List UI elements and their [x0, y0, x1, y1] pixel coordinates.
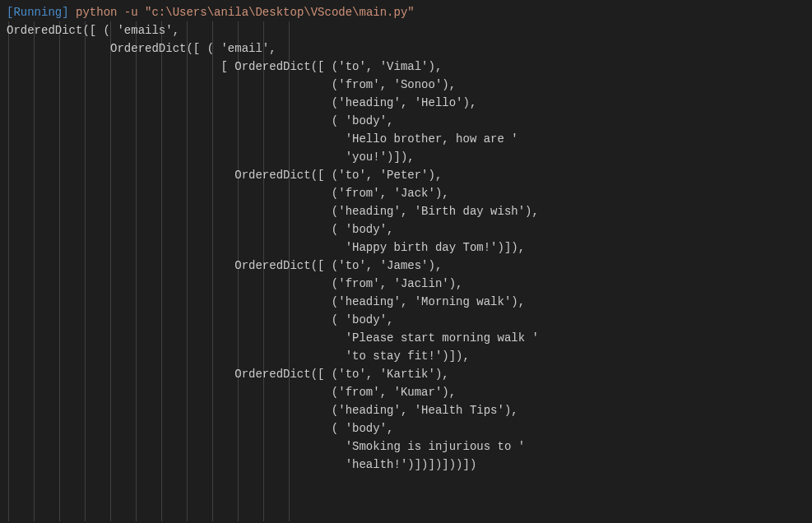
output-line: OrderedDict([ ( 'email', — [7, 39, 805, 58]
output-line: 'Happy birth day Tom!')]), — [7, 238, 805, 257]
output-line: ('heading', 'Health Tips'), — [7, 401, 805, 419]
output-line: ('heading', 'Birth day wish'), — [7, 202, 805, 220]
output-line: ('from', 'Kumar'), — [7, 383, 805, 401]
output-line: ( 'body', — [7, 419, 805, 437]
output-line: ('from', 'Sonoo'), — [7, 76, 805, 94]
output-line: 'health!')])])]))]) — [7, 456, 805, 474]
command-text: python -u "c:\Users\anila\Desktop\VScode… — [76, 6, 415, 19]
output-line: [ OrderedDict([ ('to', 'Vimal'), — [7, 58, 805, 76]
output-line: ( 'body', — [7, 220, 805, 238]
output-line: 'to stay fit!')]), — [7, 347, 805, 365]
output-body: OrderedDict([ ( 'emails', OrderedDict([ … — [7, 21, 805, 474]
output-line: OrderedDict([ ( 'emails', — [7, 21, 805, 39]
output-line: ('from', 'Jaclin'), — [7, 275, 805, 293]
output-line: ( 'body', — [7, 311, 805, 329]
output-line: ('from', 'Jack'), — [7, 184, 805, 202]
output-line: ( 'body', — [7, 112, 805, 130]
terminal-output[interactable]: [Running] python -u "c:\Users\anila\Desk… — [7, 3, 805, 474]
running-tag: [Running] — [7, 6, 69, 19]
output-line: 'Please start morning walk ' — [7, 329, 805, 347]
output-line: OrderedDict([ ('to', 'James'), — [7, 257, 805, 275]
output-line: 'you!')]), — [7, 148, 805, 166]
output-line: 'Hello brother, how are ' — [7, 130, 805, 148]
output-line: OrderedDict([ ('to', 'Kartik'), — [7, 365, 805, 383]
output-line: OrderedDict([ ('to', 'Peter'), — [7, 166, 805, 184]
run-header: [Running] python -u "c:\Users\anila\Desk… — [7, 3, 805, 21]
output-line: ('heading', 'Morning walk'), — [7, 293, 805, 311]
output-line: 'Smoking is injurious to ' — [7, 437, 805, 456]
output-line: ('heading', 'Hello'), — [7, 94, 805, 112]
